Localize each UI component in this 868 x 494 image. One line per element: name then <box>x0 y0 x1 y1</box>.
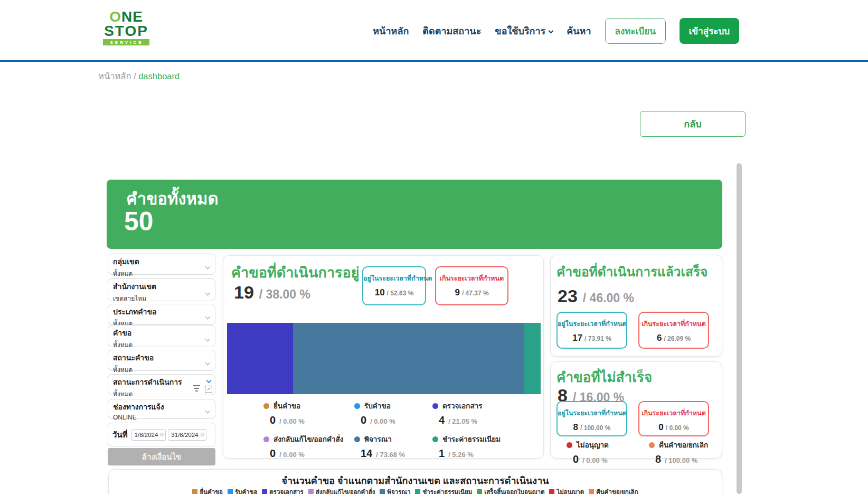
legend-label: ส่งกลับแก้ไข/ออกคำสั่ง <box>316 487 375 494</box>
date-from-input[interactable]: 1/8/2024 <box>131 429 166 441</box>
legend-label: รับคำขอ <box>235 487 257 494</box>
main-nav: หน้าหลัก ติดตามสถานะ ขอใช้บริการ ค้นหา ล… <box>373 19 739 42</box>
legend-item: ชำระค่าธรรมเนียม 1/ 5.26 % <box>432 433 533 460</box>
filter-request-status[interactable]: สถานะคำขอ ทั้งหมด <box>108 350 215 371</box>
breadcrumb: หน้าหลัก / dashboard <box>98 69 180 83</box>
filter-value: ทั้งหมด <box>113 268 210 278</box>
overdue-badge-label: เกินระยะเวลาที่กำหนด <box>436 273 507 284</box>
nav-home[interactable]: หน้าหลัก <box>373 23 409 39</box>
in-progress-count-row: 19 / 38.00 % <box>234 282 310 303</box>
breadcrumb-home[interactable]: หน้าหลัก <box>98 71 131 81</box>
completed-card: คำขอที่ดำเนินการแล้วเสร็จ 23 / 46.00 % อ… <box>550 255 722 357</box>
legend-percent: / 5.26 % <box>448 451 474 459</box>
in-progress-title: คำขอที่ดำเนินการอยู่ <box>231 261 360 284</box>
legend-label: ยื่นคำขอ <box>200 487 223 494</box>
filter-value: เขตสายไหม <box>113 293 210 303</box>
nav-request-service-label: ขอใช้บริการ <box>495 26 545 36</box>
district-chart-card: จำนวนคำขอ จำแนกตามสำนักงานเขต และสถานะกา… <box>108 469 722 494</box>
filter-label: คำขอ <box>113 327 210 339</box>
legend-count: 0 <box>270 448 276 460</box>
legend-swatch <box>262 489 267 494</box>
filter-notify-channel[interactable]: ช่องทางการแจ้ง ONLINE <box>108 399 215 419</box>
legend-label: ยื่นคำขอ <box>273 400 300 412</box>
district-chart-title: จำนวนคำขอ จำแนกตามสำนักงานเขต และสถานะกา… <box>109 473 722 488</box>
logo-text-service: SERVICE <box>103 39 149 45</box>
on-time-badge: อยู่ในระยะเวลาที่กำหนด 8/ 100.00 % <box>556 401 627 436</box>
legend-item: รับคำขอ <box>228 487 257 494</box>
on-time-badge-label: อยู่ในระยะเวลาที่กำหนด <box>558 408 626 418</box>
legend-item: คืนคำขอ/ยกเลิก <box>589 487 638 494</box>
filter-label: สำนักงานเขต <box>113 281 210 292</box>
overdue-badge: เกินระยะเวลาที่กำหนด 9/ 47.37 % <box>435 266 508 305</box>
nav-request-service[interactable]: ขอใช้บริการ <box>495 23 553 39</box>
legend-label: คืนคำขอ/ยกเลิก <box>596 487 638 494</box>
date-clear-icon[interactable] <box>160 433 164 436</box>
date-to-value: 31/8/2024 <box>171 432 198 438</box>
legend-swatch <box>308 489 314 494</box>
date-clear-icon[interactable] <box>201 433 204 436</box>
legend-dot <box>263 403 269 409</box>
on-time-count: 17 <box>572 333 582 343</box>
on-time-badge-label: อยู่ในระยะเวลาที่กำหนด <box>363 273 425 284</box>
legend-swatch <box>549 489 554 494</box>
bar-segment-inspect-docs <box>227 323 293 394</box>
on-time-badge-label: อยู่ในระยะเวลาที่กำหนด <box>558 319 626 329</box>
legend-label: รับคำขอ <box>364 400 391 412</box>
date-from-value: 1/8/2024 <box>135 432 158 438</box>
date-label: วันที่ <box>112 428 128 441</box>
legend-dot <box>649 442 655 448</box>
register-button[interactable]: ลงทะเบียน <box>605 18 666 44</box>
legend-label: เสร็จสิ้น/ออกใบอนุญาต <box>484 487 544 494</box>
legend-count: 4 <box>439 414 445 426</box>
one-stop-service-logo[interactable]: ONE STOP SERVICE <box>103 10 149 45</box>
legend-percent: / 0.00 % <box>582 456 608 464</box>
legend-dot <box>354 436 360 442</box>
filter-icon[interactable] <box>193 385 200 393</box>
legend-percent: / 0.00 % <box>279 451 305 459</box>
legend-item: พิจารณา 14/ 73.68 % <box>354 433 432 460</box>
vertical-scrollbar-thumb[interactable] <box>737 163 742 494</box>
legend-label: ชำระค่าธรรมเนียม <box>422 487 472 494</box>
back-button[interactable]: กลับ <box>640 111 746 137</box>
legend-label: ไม่อนุญาต <box>556 487 584 494</box>
filter-value: ทั้งหมด <box>113 340 210 350</box>
legend-percent: / 0.00 % <box>279 417 305 425</box>
completed-count: 23 <box>558 286 578 306</box>
overdue-count: 9 <box>455 287 459 297</box>
filter-value: ONLINE <box>113 414 210 421</box>
clear-filters-button[interactable]: ล้างเงื่อนไข <box>108 448 215 465</box>
completed-count-row: 23 / 46.00 % <box>558 286 634 306</box>
logo-text-one: ONE <box>103 10 149 24</box>
filter-district-office[interactable]: สำนักงานเขต เขตสายไหม <box>108 278 215 301</box>
filter-district-group[interactable]: กลุ่มเขต ทั้งหมด <box>108 254 215 275</box>
expand-icon[interactable]: ↗ <box>205 386 212 393</box>
logo-text-stop: STOP <box>103 24 149 38</box>
total-requests-banner: คำขอทั้งหมด 50 <box>107 180 722 249</box>
filter-request-type[interactable]: ประเภทคำขอ ทั้งหมด <box>108 304 215 325</box>
legend-percent: / 21.05 % <box>448 417 477 425</box>
date-to-input[interactable]: 31/8/2024 <box>168 429 206 441</box>
legend-item: ไม่อนุญาต <box>549 487 584 494</box>
filter-request[interactable]: คำขอ ทั้งหมด <box>108 325 215 347</box>
district-chart-legend: ยื่นคำขอ รับคำขอ ตรวจเอกสาร ส่งกลับแก้ไข… <box>109 487 722 494</box>
nav-track-status[interactable]: ติดตามสถานะ <box>422 23 481 39</box>
filter-operation-status[interactable]: สถานะการดำเนินการ ทั้งหมด ↗ <box>108 374 215 395</box>
overdue-badge: เกินระยะเวลาที่กำหนด 0/ 0.00 % <box>638 401 709 436</box>
overdue-badge: เกินระยะเวลาที่กำหนด 6/ 26.09 % <box>638 312 709 349</box>
date-range-filter: วันที่ 1/8/2024 31/8/2024 <box>108 423 215 446</box>
status-legend: ยื่นคำขอ 0/ 0.00 % รับคำขอ 0/ 0.00 % ตรว… <box>263 400 533 460</box>
on-time-percent: / 52.63 % <box>387 290 414 297</box>
legend-item: รับคำขอ 0/ 0.00 % <box>354 400 432 426</box>
legend-item: ส่งกลับแก้ไข/ออกคำสั่ง <box>308 487 375 494</box>
nav-search[interactable]: ค้นหา <box>567 23 591 39</box>
legend-dot <box>432 403 438 409</box>
legend-percent: / 0.00 % <box>370 417 395 425</box>
on-time-percent: / 100.00 % <box>580 424 610 432</box>
login-button[interactable]: เข้าสู่ระบบ <box>680 18 739 44</box>
legend-dot <box>567 442 572 448</box>
completed-title: คำขอที่ดำเนินการแล้วเสร็จ <box>556 262 707 282</box>
on-time-count: 10 <box>375 287 385 297</box>
legend-label: ชำระค่าธรรมเนียม <box>442 433 501 445</box>
legend-count: 0 <box>361 414 366 426</box>
legend-count: 0 <box>270 414 276 426</box>
